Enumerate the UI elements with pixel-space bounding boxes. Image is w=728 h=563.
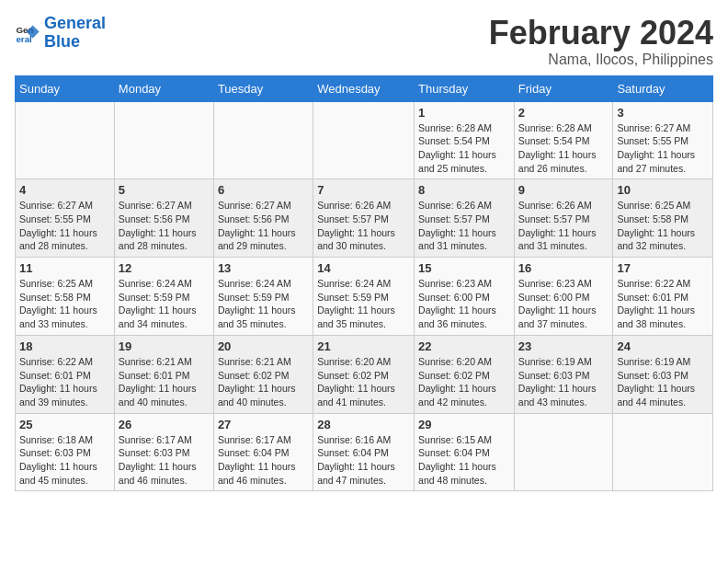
calendar-cell: 29Sunrise: 6:15 AM Sunset: 6:04 PM Dayli… — [415, 413, 515, 491]
calendar-cell: 16Sunrise: 6:23 AM Sunset: 6:00 PM Dayli… — [514, 258, 613, 336]
calendar-cell: 17Sunrise: 6:22 AM Sunset: 6:01 PM Dayli… — [613, 258, 713, 336]
calendar-table: SundayMondayTuesdayWednesdayThursdayFrid… — [15, 75, 713, 492]
calendar-cell: 7Sunrise: 6:26 AM Sunset: 5:57 PM Daylig… — [313, 179, 415, 258]
day-number: 26 — [119, 418, 210, 431]
day-info: Sunrise: 6:28 AM Sunset: 5:54 PM Dayligh… — [418, 121, 510, 176]
logo-text: General Blue — [44, 15, 106, 52]
week-row-1: 1Sunrise: 6:28 AM Sunset: 5:54 PM Daylig… — [16, 101, 713, 179]
week-row-5: 25Sunrise: 6:18 AM Sunset: 6:03 PM Dayli… — [16, 413, 713, 491]
calendar-cell: 15Sunrise: 6:23 AM Sunset: 6:00 PM Dayli… — [415, 258, 515, 336]
logo-icon: Gen eral — [15, 20, 40, 46]
day-info: Sunrise: 6:15 AM Sunset: 6:04 PM Dayligh… — [418, 433, 510, 488]
day-info: Sunrise: 6:21 AM Sunset: 6:02 PM Dayligh… — [218, 355, 309, 409]
day-info: Sunrise: 6:27 AM Sunset: 5:55 PM Dayligh… — [19, 199, 110, 253]
day-number: 18 — [19, 339, 110, 353]
day-number: 15 — [418, 261, 510, 275]
calendar-cell: 5Sunrise: 6:27 AM Sunset: 5:56 PM Daylig… — [114, 179, 213, 258]
calendar-cell: 20Sunrise: 6:21 AM Sunset: 6:02 PM Dayli… — [213, 335, 313, 413]
day-info: Sunrise: 6:22 AM Sunset: 6:01 PM Dayligh… — [19, 355, 110, 409]
day-header-tuesday: Tuesday — [213, 75, 313, 101]
day-header-thursday: Thursday — [415, 75, 515, 101]
calendar-cell: 12Sunrise: 6:24 AM Sunset: 5:59 PM Dayli… — [114, 258, 213, 336]
week-row-2: 4Sunrise: 6:27 AM Sunset: 5:55 PM Daylig… — [16, 179, 713, 258]
day-number: 21 — [317, 339, 410, 353]
day-info: Sunrise: 6:26 AM Sunset: 5:57 PM Dayligh… — [518, 199, 609, 253]
day-number: 17 — [617, 261, 709, 275]
day-info: Sunrise: 6:25 AM Sunset: 5:58 PM Dayligh… — [617, 199, 709, 253]
day-info: Sunrise: 6:26 AM Sunset: 5:57 PM Dayligh… — [317, 199, 410, 253]
day-info: Sunrise: 6:26 AM Sunset: 5:57 PM Dayligh… — [418, 199, 510, 253]
day-number: 8 — [418, 183, 510, 197]
day-info: Sunrise: 6:19 AM Sunset: 6:03 PM Dayligh… — [617, 355, 709, 409]
logo: Gen eral General Blue — [15, 15, 106, 52]
day-info: Sunrise: 6:25 AM Sunset: 5:58 PM Dayligh… — [19, 277, 110, 331]
day-number: 5 — [119, 183, 210, 197]
day-number: 23 — [518, 339, 609, 353]
day-number: 27 — [218, 418, 309, 431]
day-number: 16 — [518, 261, 609, 275]
day-number: 7 — [317, 183, 410, 197]
day-info: Sunrise: 6:20 AM Sunset: 6:02 PM Dayligh… — [418, 355, 510, 409]
day-number: 29 — [418, 418, 510, 431]
calendar-cell: 3Sunrise: 6:27 AM Sunset: 5:55 PM Daylig… — [613, 101, 713, 179]
calendar-cell — [16, 101, 115, 179]
calendar-cell: 25Sunrise: 6:18 AM Sunset: 6:03 PM Dayli… — [16, 413, 115, 491]
day-number: 12 — [119, 261, 210, 275]
day-number: 2 — [518, 106, 609, 120]
calendar-cell: 2Sunrise: 6:28 AM Sunset: 5:54 PM Daylig… — [514, 101, 613, 179]
day-number: 3 — [617, 106, 709, 120]
calendar-cell — [313, 101, 415, 179]
day-number: 10 — [617, 183, 709, 197]
month-title: February 2024 — [489, 15, 713, 52]
calendar-cell — [114, 101, 213, 179]
calendar-cell — [514, 413, 613, 491]
day-number: 25 — [19, 418, 110, 431]
day-info: Sunrise: 6:19 AM Sunset: 6:03 PM Dayligh… — [518, 355, 609, 409]
day-number: 13 — [218, 261, 309, 275]
day-info: Sunrise: 6:22 AM Sunset: 6:01 PM Dayligh… — [617, 277, 709, 331]
day-number: 9 — [518, 183, 609, 197]
day-info: Sunrise: 6:27 AM Sunset: 5:56 PM Dayligh… — [218, 199, 309, 253]
day-header-monday: Monday — [114, 75, 213, 101]
day-number: 4 — [19, 183, 110, 197]
day-number: 24 — [617, 339, 709, 353]
day-number: 11 — [19, 261, 110, 275]
day-number: 20 — [218, 339, 309, 353]
day-number: 22 — [418, 339, 510, 353]
week-row-3: 11Sunrise: 6:25 AM Sunset: 5:58 PM Dayli… — [16, 258, 713, 336]
day-header-wednesday: Wednesday — [313, 75, 415, 101]
logo-general: General — [44, 14, 106, 32]
day-number: 14 — [317, 261, 410, 275]
day-info: Sunrise: 6:21 AM Sunset: 6:01 PM Dayligh… — [119, 355, 210, 409]
day-info: Sunrise: 6:17 AM Sunset: 6:03 PM Dayligh… — [119, 433, 210, 488]
calendar-cell: 24Sunrise: 6:19 AM Sunset: 6:03 PM Dayli… — [613, 335, 713, 413]
day-info: Sunrise: 6:27 AM Sunset: 5:55 PM Dayligh… — [617, 121, 709, 176]
logo-blue: Blue — [44, 32, 80, 51]
day-info: Sunrise: 6:24 AM Sunset: 5:59 PM Dayligh… — [218, 277, 309, 331]
day-header-saturday: Saturday — [613, 75, 713, 101]
day-info: Sunrise: 6:24 AM Sunset: 5:59 PM Dayligh… — [119, 277, 210, 331]
day-number: 28 — [317, 418, 410, 431]
day-info: Sunrise: 6:23 AM Sunset: 6:00 PM Dayligh… — [518, 277, 609, 331]
day-info: Sunrise: 6:27 AM Sunset: 5:56 PM Dayligh… — [119, 199, 210, 253]
calendar-cell: 1Sunrise: 6:28 AM Sunset: 5:54 PM Daylig… — [415, 101, 515, 179]
day-number: 19 — [119, 339, 210, 353]
calendar-cell: 11Sunrise: 6:25 AM Sunset: 5:58 PM Dayli… — [16, 258, 115, 336]
calendar-cell: 28Sunrise: 6:16 AM Sunset: 6:04 PM Dayli… — [313, 413, 415, 491]
day-info: Sunrise: 6:28 AM Sunset: 5:54 PM Dayligh… — [518, 121, 609, 176]
calendar-cell: 18Sunrise: 6:22 AM Sunset: 6:01 PM Dayli… — [16, 335, 115, 413]
calendar-cell: 19Sunrise: 6:21 AM Sunset: 6:01 PM Dayli… — [114, 335, 213, 413]
calendar-cell: 9Sunrise: 6:26 AM Sunset: 5:57 PM Daylig… — [514, 179, 613, 258]
calendar-cell: 4Sunrise: 6:27 AM Sunset: 5:55 PM Daylig… — [16, 179, 115, 258]
header-row: SundayMondayTuesdayWednesdayThursdayFrid… — [16, 75, 713, 101]
day-info: Sunrise: 6:20 AM Sunset: 6:02 PM Dayligh… — [317, 355, 410, 409]
day-info: Sunrise: 6:24 AM Sunset: 5:59 PM Dayligh… — [317, 277, 410, 331]
calendar-cell: 8Sunrise: 6:26 AM Sunset: 5:57 PM Daylig… — [415, 179, 515, 258]
calendar-cell: 22Sunrise: 6:20 AM Sunset: 6:02 PM Dayli… — [415, 335, 515, 413]
calendar-cell: 14Sunrise: 6:24 AM Sunset: 5:59 PM Dayli… — [313, 258, 415, 336]
day-info: Sunrise: 6:18 AM Sunset: 6:03 PM Dayligh… — [19, 433, 110, 488]
week-row-4: 18Sunrise: 6:22 AM Sunset: 6:01 PM Dayli… — [16, 335, 713, 413]
day-info: Sunrise: 6:23 AM Sunset: 6:00 PM Dayligh… — [418, 277, 510, 331]
title-area: February 2024 Nama, Ilocos, Philippines — [489, 15, 713, 68]
calendar-cell: 10Sunrise: 6:25 AM Sunset: 5:58 PM Dayli… — [613, 179, 713, 258]
